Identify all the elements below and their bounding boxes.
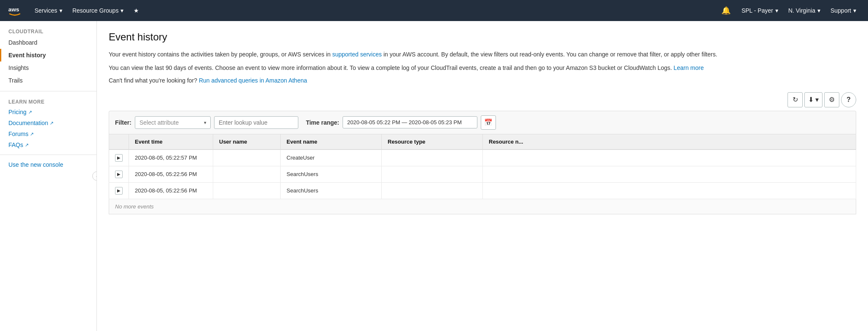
refresh-icon: ↻: [793, 96, 798, 104]
sidebar-item-insights[interactable]: Insights: [0, 61, 96, 74]
description-2-text: You can view the last 90 days of events.…: [109, 64, 672, 71]
th-expand: [109, 134, 129, 149]
dashboard-label: Dashboard: [8, 39, 38, 46]
table-row[interactable]: ▶2020-08-05, 05:22:56 PMSearchUsers: [109, 182, 856, 199]
row-1-resource-type: [382, 166, 483, 182]
row-0-resource-type: [382, 149, 483, 166]
events-table: Event time User name Event name Resource…: [109, 134, 856, 199]
support-nav-item[interactable]: Support ▾: [825, 0, 861, 21]
table-row[interactable]: ▶2020-08-05, 05:22:56 PMSearchUsers: [109, 166, 856, 182]
th-resource-type: Resource type: [382, 134, 483, 149]
sidebar-section-title: CloudTrail: [0, 25, 96, 36]
sidebar-link-new-console[interactable]: Use the new console: [0, 159, 96, 170]
table-row[interactable]: ▶2020-08-05, 05:22:57 PMCreateUser: [109, 149, 856, 166]
table-header: Event time User name Event name Resource…: [109, 134, 856, 149]
documentation-label: Documentation: [8, 120, 48, 126]
th-resource-name: Resource n...: [483, 134, 856, 149]
row-2-event-time: 2020-08-05, 05:22:56 PM: [129, 182, 213, 199]
new-console-label: Use the new console: [8, 161, 63, 168]
download-icon: ⬇: [808, 96, 814, 104]
row-1-user-name: [213, 166, 281, 182]
refresh-button[interactable]: ↻: [788, 92, 803, 107]
row-0-expand-button[interactable]: ▶: [115, 154, 123, 162]
calendar-button[interactable]: 📅: [481, 115, 496, 130]
services-chevron-icon: ▾: [59, 7, 62, 14]
row-1-expand-cell: ▶: [109, 166, 129, 182]
forums-external-icon: ↗: [30, 131, 34, 137]
pricing-external-icon: ↗: [28, 109, 32, 115]
sidebar-link-documentation[interactable]: Documentation ↗: [0, 117, 96, 128]
sidebar-collapse-button[interactable]: ◂: [92, 171, 97, 181]
description-1: Your event history contains the activiti…: [109, 50, 856, 59]
row-2-expand-cell: ▶: [109, 182, 129, 199]
time-range-input[interactable]: [343, 116, 477, 128]
calendar-icon: 📅: [484, 118, 493, 126]
main-content: Event history Your event history contain…: [97, 21, 868, 331]
page-title: Event history: [109, 31, 856, 43]
filter-attribute-select[interactable]: Select attribute: [135, 116, 211, 129]
sidebar-item-event-history[interactable]: Event history: [0, 49, 96, 61]
row-2-resource-name: [483, 182, 856, 199]
settings-button[interactable]: ⚙: [824, 92, 839, 107]
sidebar-divider-1: [0, 91, 96, 91]
filter-lookup-input[interactable]: [214, 116, 298, 129]
sidebar-link-forums[interactable]: Forums ↗: [0, 128, 96, 139]
th-user-name: User name: [213, 134, 281, 149]
settings-icon: ⚙: [829, 96, 835, 104]
table-header-row: Event time User name Event name Resource…: [109, 134, 856, 149]
description-1-text: Your event history contains the activiti…: [109, 51, 331, 58]
region-label: N. Virginia: [788, 7, 815, 14]
advanced-query-link[interactable]: Run advanced queries in Amazon Athena: [199, 77, 307, 84]
support-label: Support: [830, 7, 851, 14]
row-1-event-name: SearchUsers: [281, 166, 382, 182]
learn-more-link[interactable]: Learn more: [674, 64, 704, 71]
filter-label: Filter:: [115, 119, 131, 126]
help-icon: ?: [847, 96, 851, 104]
resource-groups-label: Resource Groups: [72, 7, 119, 14]
no-more-events: No more events: [109, 199, 856, 214]
row-0-expand-cell: ▶: [109, 149, 129, 166]
sidebar-link-faqs[interactable]: FAQs ↗: [0, 139, 96, 150]
sidebar: ◂ CloudTrail Dashboard Event history Ins…: [0, 21, 97, 331]
aws-logo[interactable]: aws: [7, 3, 23, 19]
filter-bar: Filter: Select attribute ▾ Time range: 📅: [109, 111, 856, 134]
resource-groups-nav-item[interactable]: Resource Groups ▾: [67, 0, 129, 21]
nav-right: 🔔 SPL - Payer ▾ N. Virginia ▾ Support ▾: [715, 0, 861, 21]
download-chevron-icon: ▾: [815, 96, 819, 104]
notifications-bell[interactable]: 🔔: [715, 0, 737, 21]
documentation-external-icon: ↗: [50, 120, 54, 126]
sidebar-item-dashboard[interactable]: Dashboard: [0, 36, 96, 49]
cant-find-text: Can't find what you're looking for?: [109, 77, 197, 84]
download-button[interactable]: ⬇ ▾: [804, 92, 822, 107]
pricing-label: Pricing: [8, 109, 27, 115]
sidebar-link-pricing[interactable]: Pricing ↗: [0, 107, 96, 117]
table-body: ▶2020-08-05, 05:22:57 PMCreateUser▶2020-…: [109, 149, 856, 199]
insights-label: Insights: [8, 64, 29, 71]
top-navigation: aws Services ▾ Resource Groups ▾ ★ 🔔 SPL…: [0, 0, 868, 21]
help-button[interactable]: ?: [841, 92, 856, 107]
row-0-event-time: 2020-08-05, 05:22:57 PM: [129, 149, 213, 166]
faqs-label: FAQs: [8, 141, 23, 148]
region-nav-item[interactable]: N. Virginia ▾: [783, 0, 825, 21]
account-chevron-icon: ▾: [775, 7, 778, 14]
row-2-user-name: [213, 182, 281, 199]
favorites-nav-item[interactable]: ★: [129, 0, 144, 21]
support-chevron-icon: ▾: [853, 7, 856, 14]
row-1-resource-name: [483, 166, 856, 182]
advanced-query-text: Can't find what you're looking for? Run …: [109, 77, 856, 84]
sidebar-item-trails[interactable]: Trails: [0, 74, 96, 87]
row-1-expand-button[interactable]: ▶: [115, 171, 123, 178]
svg-text:aws: aws: [8, 6, 19, 13]
row-2-expand-button[interactable]: ▶: [115, 187, 123, 195]
services-nav-item[interactable]: Services ▾: [29, 0, 67, 21]
account-nav-item[interactable]: SPL - Payer ▾: [737, 0, 783, 21]
table-toolbar: ↻ ⬇ ▾ ⚙ ?: [109, 92, 856, 107]
filter-select-wrap: Select attribute ▾: [135, 116, 211, 129]
row-1-event-time: 2020-08-05, 05:22:56 PM: [129, 166, 213, 182]
trails-label: Trails: [8, 77, 23, 84]
account-label: SPL - Payer: [742, 7, 773, 14]
supported-services-link[interactable]: supported services: [332, 51, 382, 58]
th-event-name: Event name: [281, 134, 382, 149]
bell-icon: 🔔: [721, 6, 731, 15]
services-label: Services: [35, 7, 57, 14]
